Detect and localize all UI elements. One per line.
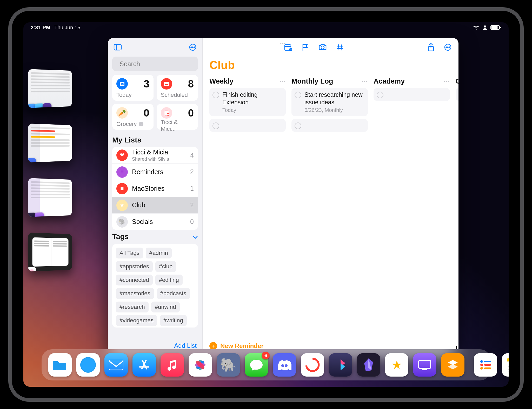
dock-app-stack[interactable] [441, 353, 464, 377]
stage-thumb[interactable] [28, 69, 72, 108]
complete-circle[interactable] [212, 122, 219, 129]
camera-icon[interactable] [318, 43, 327, 51]
hashtag-icon[interactable] [336, 43, 344, 51]
more-icon[interactable] [444, 43, 452, 51]
window-grabber-icon[interactable]: ••• [280, 42, 286, 46]
smart-list-ticcimici[interactable]: 0Ticci & Mici... [157, 104, 198, 130]
sidebar-list-reminders[interactable]: ≡Reminders2 [112, 163, 198, 180]
stage-manager-strip: 🌸 [28, 69, 88, 271]
badge: 6 [262, 352, 270, 359]
tags-header[interactable]: Tags [112, 233, 198, 241]
tag-pill[interactable]: All Tags [116, 248, 143, 258]
kanban-column: Othe [456, 77, 458, 134]
tag-pill[interactable]: #videogames [116, 315, 157, 326]
add-list-button[interactable]: Add List [174, 342, 197, 349]
chevron-down-icon [193, 233, 198, 241]
tag-pill[interactable]: #editing [155, 275, 183, 285]
sidebar-more-button[interactable] [189, 43, 197, 51]
sidebar-list-socials[interactable]: 🐘Socials0 [112, 213, 198, 230]
dock-app-mail[interactable] [104, 353, 128, 377]
dock-app-files[interactable] [48, 353, 72, 377]
new-reminder-row[interactable] [209, 119, 286, 132]
new-reminder-row[interactable] [374, 88, 450, 101]
list-icon: ■ [116, 183, 128, 194]
column-more-icon[interactable]: ••• [444, 79, 450, 84]
list-icon: ★ [116, 200, 128, 211]
reminder-subtitle: Today [222, 107, 282, 113]
flag-icon[interactable] [302, 43, 309, 51]
tag-pill[interactable]: #connected [116, 275, 153, 285]
svg-rect-67 [484, 367, 491, 369]
complete-circle[interactable] [295, 122, 301, 129]
tag-pill[interactable]: #club [155, 261, 176, 272]
sidebar-list-macstories[interactable]: ■MacStories1 [112, 180, 198, 197]
sidebar-list-club[interactable]: ★Club2 [112, 197, 198, 213]
list-name: Reminders [132, 168, 186, 176]
column-more-icon[interactable]: ••• [280, 79, 286, 84]
dock-app-display[interactable] [413, 353, 436, 377]
svg-point-37 [447, 47, 448, 47]
tag-pill[interactable]: #admin [146, 248, 172, 258]
svg-rect-3 [500, 27, 501, 28]
svg-point-55 [306, 359, 319, 371]
dock-recent-notes[interactable] [502, 353, 509, 377]
new-reminder-row[interactable] [291, 119, 368, 132]
tag-pill[interactable]: #podcasts [157, 288, 190, 299]
smart-count: 0 [144, 107, 149, 119]
dock-app-obsidian[interactable] [357, 353, 380, 377]
dock-app-appstore[interactable] [132, 353, 156, 377]
tag-pill[interactable]: #macstories [116, 288, 154, 299]
dock-app-shortcuts[interactable] [329, 353, 352, 377]
tag-pill[interactable]: #writing [160, 315, 187, 326]
reminder-card[interactable]: Finish editing ExtensionToday [209, 88, 286, 116]
complete-circle[interactable] [295, 92, 301, 98]
dock-app-mastodon[interactable]: 🐘 [217, 353, 240, 377]
smart-label: Ticci & Mici... [161, 119, 194, 132]
smart-label: Grocery› [116, 121, 149, 127]
smart-list-scheduled[interactable]: 8Scheduled [157, 75, 198, 101]
stage-thumb[interactable] [28, 124, 72, 162]
complete-circle[interactable] [377, 92, 383, 98]
smart-list-today[interactable]: 153Today [112, 75, 154, 101]
dock-app-safari[interactable] [76, 353, 100, 377]
share-icon[interactable] [427, 43, 435, 52]
svg-point-62 [480, 360, 483, 363]
svg-point-36 [446, 47, 447, 47]
dock-recent-reminders[interactable] [474, 353, 497, 377]
dock: 🐘 6 ★ [42, 349, 490, 380]
sidebar-list-ticcimicia[interactable]: ❤Ticci & MiciaShared with Silvia4 [112, 147, 198, 163]
status-date: Thu Jun 15 [54, 25, 80, 30]
svg-point-0 [484, 25, 486, 28]
search-input[interactable] [119, 60, 202, 68]
tag-pill[interactable]: #appstories [116, 261, 153, 272]
stage-thumb[interactable]: 🌸 [28, 233, 72, 271]
tag-pill[interactable]: #unwind [151, 302, 180, 312]
ipad-screen: 2:31 PM Thu Jun 15 [23, 22, 509, 387]
person-icon [482, 25, 488, 30]
smart-count: 3 [144, 78, 149, 90]
toggle-sidebar-button[interactable] [114, 44, 122, 51]
svg-rect-68 [507, 358, 509, 362]
tag-pill[interactable]: #research [116, 302, 149, 312]
svg-point-9 [194, 47, 195, 47]
dock-app-discord[interactable] [273, 353, 296, 377]
column-more-icon[interactable]: ••• [362, 79, 368, 84]
search-field[interactable] [112, 57, 198, 71]
list-count: 2 [190, 168, 194, 176]
chevron-icon: › [139, 122, 143, 126]
dock-app-messages[interactable]: 6 [245, 353, 268, 377]
column-header: Weekly [209, 77, 234, 85]
new-reminder-button[interactable]: New Reminder [220, 342, 264, 350]
complete-circle[interactable] [212, 92, 219, 98]
dock-app-timery[interactable] [301, 353, 324, 377]
dock-app-music[interactable] [161, 353, 184, 377]
dock-app-spark[interactable]: ★ [385, 353, 408, 377]
new-reminder-row[interactable] [456, 88, 458, 101]
reminder-title: Finish editing Extension [222, 91, 282, 106]
svg-point-19 [167, 84, 168, 85]
smart-list-grocery[interactable]: 🥕0Grocery› [112, 104, 154, 130]
plus-circle-icon[interactable]: ＋ [209, 342, 217, 350]
stage-thumb[interactable] [28, 178, 72, 217]
dock-app-photos[interactable] [189, 353, 212, 377]
reminder-card[interactable]: Start researching new issue ideas6/26/23… [291, 88, 368, 116]
